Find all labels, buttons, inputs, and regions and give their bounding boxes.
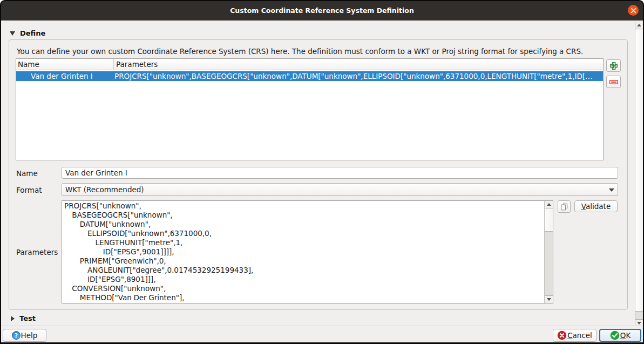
crs-table-row[interactable]: Van der Grinten IPROJCRS["unknown",BASEG… xyxy=(16,71,603,81)
crs-rows: Van der Grinten IPROJCRS["unknown",BASEG… xyxy=(16,71,603,160)
ok-icon xyxy=(610,330,620,340)
minus-icon xyxy=(609,80,618,84)
crs-list-header[interactable]: Name Parameters xyxy=(16,59,603,70)
column-header-name[interactable]: Name xyxy=(16,59,113,70)
ok-button-label: OK xyxy=(620,331,631,340)
validate-button[interactable]: Validate xyxy=(574,200,618,212)
arrow-down-icon xyxy=(547,298,551,301)
ok-button[interactable]: OK xyxy=(599,329,641,342)
column-header-parameters[interactable]: Parameters xyxy=(114,59,603,70)
dialog-content: Define You can define your own custom Co… xyxy=(1,21,643,342)
crs-description-text: You can define your own custom Coordinat… xyxy=(17,47,621,56)
parameters-scroll-thumb[interactable] xyxy=(545,208,553,232)
name-input[interactable]: Van der Grinten I xyxy=(62,167,618,179)
parameters-line: LENGTHUNIT["metre",1, xyxy=(64,238,543,247)
collapse-arrow-icon xyxy=(10,31,15,36)
parameters-line: BASEGEOGCRS["unknown", xyxy=(64,211,543,220)
crs-list[interactable]: Name Parameters Van der Grinten IPROJCRS… xyxy=(16,58,604,160)
parameters-line: ID["EPSG",8901]]], xyxy=(64,275,543,284)
parameters-line: PROJCRS["unknown", xyxy=(64,201,543,211)
expand-arrow-icon xyxy=(11,316,15,321)
parameters-line: CONVERSION["unknown", xyxy=(64,284,543,293)
test-group-header[interactable]: Test xyxy=(11,314,36,322)
define-group-title: Define xyxy=(20,29,45,37)
format-combobox[interactable]: WKT (Recommended) xyxy=(62,183,618,196)
dialog-scroll-up-button[interactable] xyxy=(635,22,643,29)
name-input-value: Van der Grinten I xyxy=(65,168,127,177)
window-title: Custom Coordinate Reference System Defin… xyxy=(1,1,643,21)
parameters-scrollbar[interactable] xyxy=(544,201,553,303)
svg-text:?: ? xyxy=(14,332,17,339)
arrow-up-icon xyxy=(637,24,641,26)
close-icon xyxy=(631,8,636,14)
copy-icon xyxy=(561,203,568,211)
help-icon: ? xyxy=(12,331,21,340)
plus-icon xyxy=(610,62,618,70)
parameters-scroll-down-button[interactable] xyxy=(545,296,553,303)
combobox-arrow-icon xyxy=(609,188,614,192)
dialog-window: Custom Coordinate Reference System Defin… xyxy=(0,0,644,344)
cancel-button[interactable]: Cancel xyxy=(553,329,596,342)
parameters-scroll-groove[interactable] xyxy=(545,232,553,296)
test-group-title: Test xyxy=(19,314,36,322)
parameters-scroll-up-button[interactable] xyxy=(545,201,553,208)
arrow-down-icon xyxy=(637,322,641,325)
format-combobox-value: WKT (Recommended) xyxy=(65,185,144,194)
parameters-line: PRIMEM["Greenwich",0, xyxy=(64,257,543,266)
define-group-header[interactable]: Define xyxy=(10,29,45,37)
crs-row-name[interactable]: Van der Grinten I xyxy=(16,71,114,81)
parameters-line: ID["EPSG",9001]]]], xyxy=(64,247,543,257)
title-bar[interactable]: Custom Coordinate Reference System Defin… xyxy=(1,1,643,21)
help-button[interactable]: ? Help xyxy=(3,329,46,342)
validate-button-label: V xyxy=(581,202,586,211)
arrow-up-icon xyxy=(547,203,551,206)
add-crs-button[interactable] xyxy=(606,59,621,72)
copy-parameters-button[interactable] xyxy=(558,200,571,213)
help-button-label: Help xyxy=(21,331,38,340)
crs-row-parameters[interactable]: PROJCRS["unknown",BASEGEOGCRS["unknown",… xyxy=(114,71,603,81)
parameters-line: METHOD["Van Der Grinten"], xyxy=(64,293,543,302)
format-label: Format xyxy=(16,186,42,194)
remove-crs-button[interactable] xyxy=(606,76,621,88)
footer-separator xyxy=(1,326,643,326)
cancel-icon xyxy=(557,330,567,340)
close-button[interactable] xyxy=(628,5,639,16)
parameters-text: PROJCRS["unknown", BASEGEOGCRS["unknown"… xyxy=(64,201,543,303)
name-label: Name xyxy=(16,169,38,178)
parameters-line: ANGLEUNIT["degree",0.0174532925199433], xyxy=(64,266,543,275)
dialog-scroll-groove[interactable] xyxy=(635,312,643,320)
dialog-scrollbar[interactable] xyxy=(635,22,643,326)
parameters-textarea[interactable]: PROJCRS["unknown", BASEGEOGCRS["unknown"… xyxy=(62,200,553,303)
cancel-button-label: Cancel xyxy=(567,331,592,340)
parameters-line: ELLIPSOID["unknown",6371000,0, xyxy=(64,229,543,238)
parameters-line: DATUM["unknown", xyxy=(64,220,543,229)
dialog-scroll-thumb[interactable] xyxy=(635,30,643,312)
parameters-label: Parameters xyxy=(16,248,58,257)
